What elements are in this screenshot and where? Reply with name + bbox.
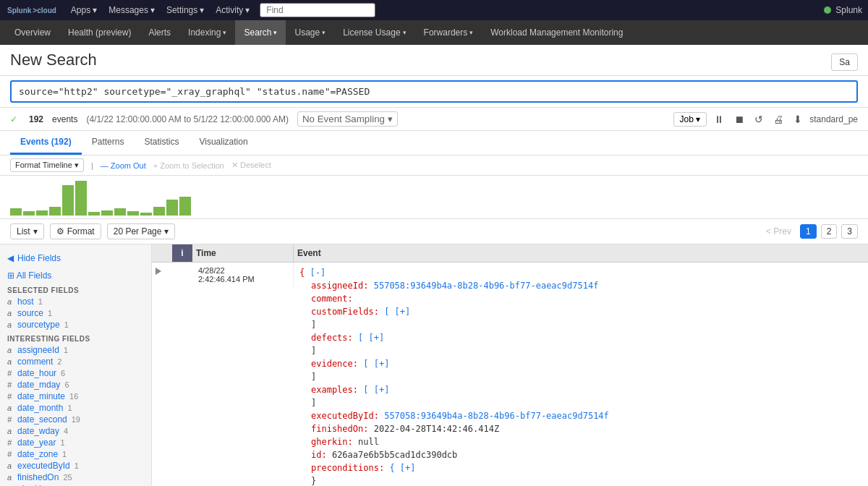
field-source-name[interactable]: source (17, 308, 43, 318)
print-button[interactable]: 🖨 (770, 112, 786, 127)
format-label: standard_pe (809, 114, 858, 124)
page-header-right: Sa (831, 51, 858, 71)
chart-bar (114, 208, 126, 216)
field-date_wday-name[interactable]: date_wday (17, 426, 59, 436)
chart-bar (127, 211, 139, 216)
search-input[interactable] (10, 80, 858, 103)
meta-bar: ✓ 192 events (4/1/22 12:00:00.000 AM to … (0, 108, 868, 131)
field-date_month-name[interactable]: date_month (17, 403, 63, 413)
refresh-button[interactable]: ↺ (752, 112, 766, 127)
page-2-button[interactable]: 2 (821, 224, 838, 239)
field-date_second[interactable]: # date_second 19 (0, 414, 151, 425)
per-page-arrow-icon: ▾ (164, 226, 169, 236)
hide-fields-button[interactable]: ◀ Hide Fields (0, 250, 151, 266)
status-indicator (824, 7, 831, 14)
zoom-selection-button: + Zoom to Selection (153, 161, 224, 170)
nav-workload[interactable]: Workload Management Monitoring (482, 20, 631, 45)
license-arrow-icon: ▾ (403, 29, 407, 36)
chart-bar (23, 211, 35, 216)
page-3-button[interactable]: 3 (841, 224, 858, 239)
field-date_hour[interactable]: # date_hour 6 (0, 367, 151, 379)
field-date_minute[interactable]: # date_minute 16 (0, 391, 151, 402)
nav-overview[interactable]: Overview (6, 20, 59, 45)
field-date_zone-name[interactable]: date_zone (17, 449, 58, 459)
field-finishedOn[interactable]: a finishedOn 25 (0, 472, 151, 483)
field-date_year-name[interactable]: date_year (17, 438, 56, 448)
list-button[interactable]: List ▾ (10, 223, 44, 239)
field-executedById-type: a (7, 461, 14, 470)
tab-statistics[interactable]: Statistics (134, 131, 189, 155)
field-comment[interactable]: a comment 2 (0, 356, 151, 367)
timeline-bar: Format Timeline ▾ | — Zoom Out + Zoom to… (0, 155, 868, 176)
check-icon: ✓ (10, 114, 17, 124)
field-date_hour-name[interactable]: date_hour (17, 368, 56, 378)
apps-menu[interactable]: Apps ▾ (65, 0, 103, 20)
field-date_year[interactable]: # date_year 1 (0, 437, 151, 448)
nav-usage[interactable]: Usage ▾ (286, 20, 334, 45)
all-fields-button[interactable]: ⊞ All Fields (0, 269, 151, 282)
indexing-arrow-icon: ▾ (223, 29, 226, 36)
format-timeline-arrow-icon: ▾ (75, 161, 79, 169)
user-menu[interactable]: Splunk (835, 5, 862, 15)
field-comment-name[interactable]: comment (17, 357, 53, 367)
nav-indexing[interactable]: Indexing ▾ (179, 20, 235, 45)
expand-triangle-icon[interactable] (156, 268, 161, 275)
topbar-search-input[interactable] (260, 3, 375, 17)
format-timeline-button[interactable]: Format Timeline ▾ (10, 158, 84, 172)
field-executedById[interactable]: a executedById 1 (0, 460, 151, 472)
tab-events[interactable]: Events (192) (10, 131, 82, 155)
nav-health[interactable]: Health (preview) (59, 20, 140, 45)
settings-menu[interactable]: Settings ▾ (161, 0, 210, 20)
field-date_wday[interactable]: a date_wday 4 (0, 425, 151, 437)
meta-right: Job ▾ ⏸ ⏹ ↺ 🖨 ⬇ standard_pe (673, 112, 858, 127)
field-date_zone[interactable]: # date_zone 1 (0, 448, 151, 460)
field-date_zone-type: # (7, 450, 14, 459)
save-button[interactable]: Sa (831, 54, 858, 71)
chart-bar (49, 207, 61, 216)
field-sourcetype[interactable]: a sourcetype 1 (0, 319, 151, 331)
field-source[interactable]: a source 1 (0, 307, 151, 319)
field-gherkin[interactable]: a gherkin 1 (0, 483, 151, 486)
field-host[interactable]: a host 1 (0, 296, 151, 307)
page-1-button[interactable]: 1 (800, 224, 817, 239)
nav-forwarders[interactable]: Forwarders ▾ (415, 20, 482, 45)
field-date_mday-name[interactable]: date_mday (17, 380, 60, 390)
per-page-button[interactable]: 20 Per Page ▾ (107, 223, 176, 239)
field-executedById-name[interactable]: executedById (17, 461, 70, 471)
zoom-out-button[interactable]: — Zoom Out (101, 161, 146, 170)
activity-menu[interactable]: Activity ▾ (210, 0, 255, 20)
expand-col-header (152, 244, 172, 262)
chart-area (0, 176, 868, 219)
field-date_minute-name[interactable]: date_minute (17, 391, 65, 401)
expand-cell[interactable] (152, 263, 172, 281)
event-customFields: customFields: [ [+] (311, 305, 862, 318)
nav-alerts[interactable]: Alerts (140, 20, 179, 45)
tab-visualization[interactable]: Visualization (189, 131, 258, 155)
messages-menu[interactable]: Messages ▾ (103, 0, 161, 20)
field-assigneeId[interactable]: a assigneeId 1 (0, 344, 151, 356)
field-date_wday-type: a (7, 427, 14, 435)
field-sourcetype-name[interactable]: sourcetype (17, 320, 60, 330)
field-date_mday-type: # (7, 380, 14, 389)
pause-button[interactable]: ⏸ (711, 112, 727, 127)
field-finishedOn-name[interactable]: finishedOn (17, 472, 59, 482)
field-date_second-name[interactable]: date_second (17, 414, 67, 425)
chart-bar (140, 213, 152, 216)
field-date_month[interactable]: a date_month 1 (0, 402, 151, 414)
field-assigneeId-name[interactable]: assigneeId (17, 345, 59, 355)
format-button[interactable]: ⚙ Format (50, 223, 101, 239)
export-button[interactable]: ⬇ (791, 112, 805, 127)
event-sampling-button[interactable]: No Event Sampling ▾ (297, 111, 398, 127)
field-host-name[interactable]: host (17, 297, 34, 307)
field-date_month-type: a (7, 404, 14, 412)
chart-bar (10, 208, 22, 216)
tabs: Events (192) Patterns Statistics Visuali… (0, 131, 868, 155)
field-date_mday[interactable]: # date_mday 6 (0, 379, 151, 391)
tab-patterns[interactable]: Patterns (82, 131, 135, 155)
stop-button[interactable]: ⏹ (731, 112, 747, 127)
field-date_second-type: # (7, 415, 14, 424)
event-executedById: executedById: 557058:93649b4a-8b28-4b96-… (311, 409, 862, 422)
nav-search[interactable]: Search ▾ (235, 20, 286, 45)
job-button[interactable]: Job ▾ (673, 112, 707, 127)
nav-license-usage[interactable]: License Usage ▾ (334, 20, 414, 45)
